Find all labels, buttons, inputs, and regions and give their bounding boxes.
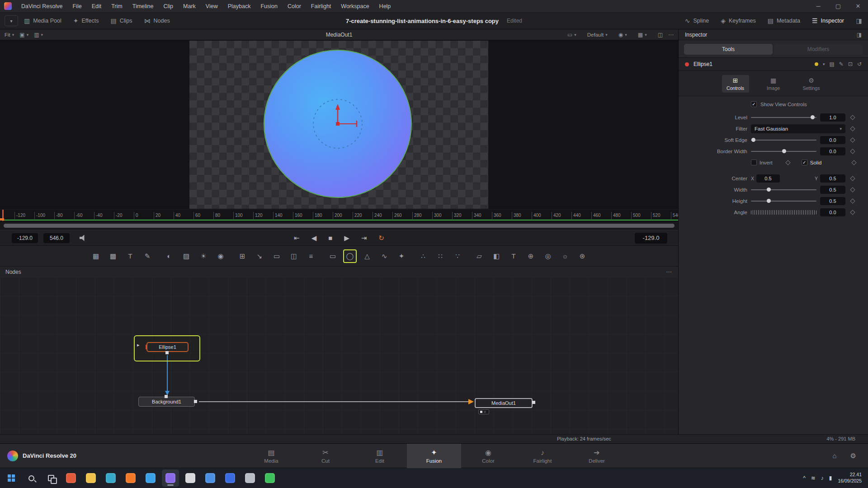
mask-paint-tool[interactable]: ✦ [395, 249, 408, 263]
particle-render-tool[interactable]: ∵ [451, 249, 464, 263]
menu-trim[interactable]: Trim [106, 0, 127, 13]
text-plus-tool[interactable]: T [123, 249, 137, 263]
subtab-controls[interactable]: ⊞ Controls [722, 75, 749, 93]
taskbar-notepad[interactable] [182, 469, 199, 487]
taskbar-calculator[interactable] [202, 469, 219, 487]
angle-value[interactable]: 0.0 [820, 208, 845, 216]
level-value[interactable]: 1.0 [820, 113, 845, 122]
keyframe-icon[interactable] [851, 160, 856, 165]
center-x-value[interactable]: 0.5 [756, 174, 780, 183]
taskbar-search[interactable] [23, 469, 40, 487]
merge-3d-tool[interactable]: ⊕ [524, 249, 538, 263]
taskbar-file-explorer[interactable] [82, 469, 99, 487]
width-slider[interactable] [751, 189, 816, 190]
maximize-button[interactable]: ▢ [828, 0, 848, 13]
page-cut[interactable]: ✂Cut [298, 444, 353, 468]
page-media[interactable]: ▤Media [244, 444, 298, 468]
polygon-mask-tool[interactable]: △ [360, 249, 374, 263]
filter-dropdown[interactable]: Fast Gaussian ▾ [751, 124, 845, 133]
node-graph[interactable]: ▸ Ellipse1 Background1 MediaOut1 [0, 277, 678, 434]
center-y-value[interactable]: 0.5 [820, 174, 845, 183]
panel-button-inspector[interactable]: ☰Inspector [806, 13, 850, 29]
media-in-tool[interactable]: ▦ [89, 249, 103, 263]
slider-thumb[interactable] [767, 188, 771, 192]
panel-layout-icon[interactable]: ◨ [857, 32, 862, 38]
ellipse-output-port[interactable] [165, 351, 169, 354]
particle-emitter-tool[interactable]: ∴ [416, 249, 430, 263]
menu-help[interactable]: Help [374, 0, 396, 13]
menu-color[interactable]: Color [283, 0, 306, 13]
hue-curves-tool[interactable]: ◉ [214, 249, 227, 263]
color-viewer-button[interactable]: ◉ ▾ [618, 32, 627, 38]
menu-file[interactable]: File [67, 0, 86, 13]
gear-icon[interactable]: ⚙ [850, 452, 856, 460]
taskbar-vscode[interactable] [142, 469, 159, 487]
menu-view[interactable]: View [201, 0, 223, 13]
lock-icon[interactable]: ⊡ [848, 61, 853, 67]
quick-export-button[interactable]: ▾ [5, 15, 18, 26]
camera-3d-tool[interactable]: ◎ [541, 249, 555, 263]
default-preset-select[interactable]: Default ▾ [587, 32, 608, 38]
resize-tool[interactable]: ↘ [253, 249, 266, 263]
render-end-field[interactable]: 546.0 [43, 233, 70, 243]
taskbar-chrome[interactable] [62, 469, 80, 487]
viewer-lut-button[interactable]: ▣ ▾ [19, 32, 28, 38]
render-start-field[interactable]: -129.0 [12, 233, 38, 243]
background-tool[interactable]: ▩ [106, 249, 120, 263]
keyframe-icon[interactable] [850, 210, 855, 215]
grid-options-button[interactable]: ▦ ▾ [638, 32, 647, 38]
slider-thumb[interactable] [782, 149, 786, 153]
volume-icon[interactable]: ♪ [821, 475, 824, 481]
page-fusion[interactable]: ✦Fusion [407, 444, 461, 468]
keyframe-icon[interactable] [850, 149, 855, 154]
stop-button[interactable]: ■ [328, 234, 332, 242]
show-view-controls-checkbox[interactable]: ✓ [751, 101, 757, 107]
tab-tools[interactable]: Tools [684, 44, 773, 55]
taskbar-media-player[interactable] [222, 469, 239, 487]
menu-fairlight[interactable]: Fairlight [306, 0, 336, 13]
page-deliver[interactable]: ➔Deliver [570, 444, 624, 468]
taskbar-davinci-resolve[interactable] [162, 469, 179, 487]
play-reverse-button[interactable]: ◀ [311, 234, 317, 242]
taskbar-whatsapp[interactable] [261, 469, 278, 487]
network-icon[interactable]: ≋ [811, 475, 816, 481]
keyframe-icon[interactable] [850, 176, 855, 181]
renderer-3d-tool[interactable]: ⊛ [576, 249, 589, 263]
panel-button-spline[interactable]: ∿Spline [679, 13, 715, 29]
soft-edge-value[interactable]: 0.0 [820, 136, 845, 144]
height-value[interactable]: 0.5 [820, 197, 845, 205]
versions-icon[interactable]: ▤ [829, 61, 834, 67]
panel-button-metadata[interactable]: ▤Metadata [762, 13, 806, 29]
slider-thumb[interactable] [751, 138, 755, 142]
soft-edge-slider[interactable] [751, 140, 816, 141]
slider-thumb[interactable] [767, 199, 771, 203]
keyframe-icon[interactable] [850, 126, 855, 131]
mediaout-thumbnail-toggle[interactable] [478, 409, 489, 414]
timeline-scrollbar[interactable] [4, 224, 675, 228]
viewer-canvas[interactable] [189, 41, 488, 209]
minimize-button[interactable]: ─ [808, 0, 828, 13]
particle-merge-tool[interactable]: ∷ [434, 249, 447, 263]
paint-tool[interactable]: ✎ [141, 249, 154, 263]
crop-tool[interactable]: ▭ [270, 249, 283, 263]
reset-icon[interactable]: ↺ [857, 61, 862, 67]
border-width-value[interactable]: 0.0 [820, 147, 845, 155]
loop-button[interactable]: ↻ [378, 234, 384, 242]
level-slider[interactable] [751, 117, 816, 118]
sidebar-toggle-icon[interactable]: ◨ [850, 17, 868, 24]
tab-modifiers[interactable]: Modifiers [774, 44, 863, 55]
keyframe-icon[interactable] [850, 137, 855, 142]
panel-button-effects[interactable]: ✦Effects [67, 13, 105, 29]
invert-checkbox[interactable] [751, 160, 757, 165]
solid-checkbox[interactable]: ✓ [802, 160, 807, 165]
node-ellipse1[interactable]: Ellipse1 [146, 342, 189, 352]
home-icon[interactable]: ⌂ [832, 452, 836, 460]
go-to-first-frame-button[interactable]: ⇤ [294, 234, 300, 242]
taskbar-clock[interactable]: 22.41 16/09/2025 [838, 472, 862, 484]
display-mode-button[interactable]: ▭ ▾ [567, 32, 576, 38]
width-value[interactable]: 0.5 [820, 186, 845, 194]
matte-control-tool[interactable]: ▨ [179, 249, 193, 263]
taskbar-start[interactable] [3, 469, 20, 487]
timeline-ruler[interactable]: -120-100-80-60-40-2002040608010012014016… [0, 209, 678, 221]
go-to-last-frame-button[interactable]: ⇥ [361, 234, 367, 242]
